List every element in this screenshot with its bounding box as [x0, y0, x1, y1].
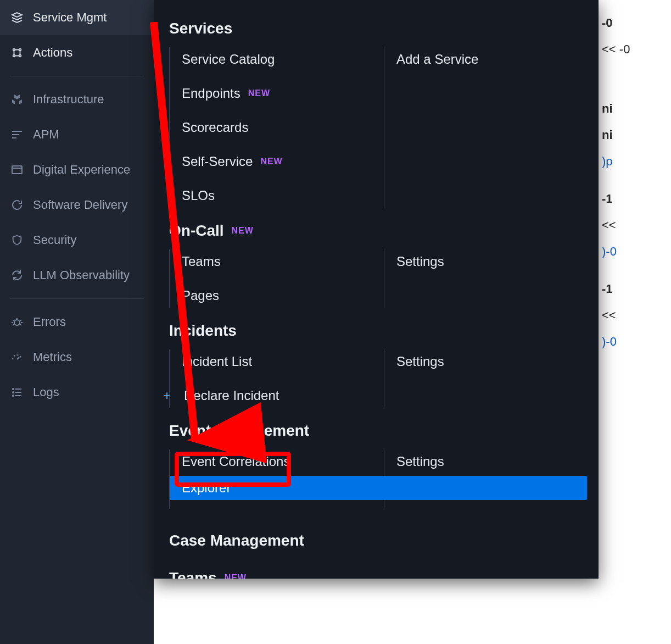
- sidebar-item-logs[interactable]: Logs: [0, 375, 154, 410]
- flyout-link-label: Self-Service: [182, 154, 253, 169]
- flyout-link-self-service[interactable]: Self-ServiceNEW: [182, 149, 384, 174]
- refresh-icon: [10, 268, 24, 282]
- flyout-link-label: Settings: [396, 354, 444, 369]
- sidebar-item-label: Metrics: [33, 350, 72, 364]
- flyout-link-label: Pages: [182, 288, 219, 303]
- flyout-heading-teams[interactable]: Teams NEW: [154, 559, 599, 579]
- flyout-link-label: Event Correlations: [182, 454, 290, 469]
- bg-text: <<: [602, 308, 616, 323]
- flyout-link-pages[interactable]: Pages: [182, 284, 384, 308]
- flyout-link-label: Declare Incident: [184, 388, 279, 403]
- bg-text: -1: [602, 282, 613, 296]
- flyout-link-label: Settings: [396, 454, 444, 469]
- hex-icon: [10, 92, 24, 107]
- sidebar-item-label: Software Delivery: [33, 198, 127, 212]
- sidebar-divider: [10, 76, 144, 76]
- sidebar-item-infrastructure[interactable]: Infrastructure: [0, 82, 154, 117]
- sidebar-item-label: Service Mgmt: [33, 10, 107, 25]
- flyout-heading-on-call[interactable]: On-Call NEW: [154, 219, 599, 249]
- flyout-heading-label: On-Call: [169, 222, 224, 240]
- new-badge: NEW: [260, 157, 282, 166]
- flyout-heading-event-management[interactable]: Event Management: [154, 419, 599, 449]
- svg-rect-4: [12, 166, 22, 174]
- new-badge: NEW: [248, 88, 270, 98]
- flyout-heading-label: Teams: [169, 569, 217, 579]
- sidebar-item-label: Infrastructure: [33, 92, 104, 107]
- flyout-link-label: Explorer: [182, 480, 231, 496]
- flyout-link-declare-incident[interactable]: + Declare Incident: [182, 384, 384, 408]
- flyout-link-label: Settings: [396, 254, 444, 269]
- flyout-link-event-mgmt-settings[interactable]: Settings: [396, 449, 599, 474]
- sidebar-item-llm-observability[interactable]: LLM Observability: [0, 258, 154, 293]
- sidebar-item-apm[interactable]: APM: [0, 117, 154, 152]
- sidebar-item-label: Errors: [33, 315, 66, 329]
- sidebar-item-software-delivery[interactable]: Software Delivery: [0, 187, 154, 223]
- flyout-link-teams[interactable]: Teams: [182, 249, 384, 274]
- svg-point-2: [13, 55, 15, 57]
- flyout-heading-services[interactable]: Services: [154, 16, 599, 47]
- browser-icon: [10, 163, 24, 177]
- flyout-link-add-a-service[interactable]: Add a Service: [396, 47, 599, 71]
- flyout-heading-label: Services: [169, 20, 232, 37]
- svg-point-3: [19, 55, 21, 57]
- layers-icon: [10, 10, 24, 25]
- new-badge: NEW: [232, 226, 254, 236]
- flyout-heading-incidents[interactable]: Incidents: [154, 319, 599, 349]
- flyout-link-scorecards[interactable]: Scorecards: [182, 115, 384, 140]
- bg-text: )-0: [602, 245, 617, 259]
- flyout-link-endpoints[interactable]: EndpointsNEW: [182, 81, 384, 106]
- new-badge: NEW: [225, 573, 247, 579]
- sidebar-item-label: Security: [33, 233, 76, 247]
- flyout-link-label: Add a Service: [396, 52, 478, 67]
- flyout-heading-label: Incidents: [169, 322, 237, 340]
- primary-sidebar: Service Mgmt Actions Infrastructure APM: [0, 0, 154, 644]
- svg-point-8: [13, 395, 14, 396]
- sidebar-item-metrics[interactable]: Metrics: [0, 340, 154, 375]
- flyout-link-label: Scorecards: [182, 120, 248, 135]
- bg-text: << -0: [602, 42, 630, 57]
- service-mgmt-flyout: Services Service Catalog EndpointsNEW Sc…: [154, 0, 599, 579]
- flyout-link-service-catalog[interactable]: Service Catalog: [182, 47, 384, 71]
- flyout-link-explorer[interactable]: Explorer: [170, 476, 587, 500]
- flyout-link-label: Teams: [182, 254, 221, 269]
- flyout-link-event-correlations[interactable]: Event Correlations: [182, 449, 384, 474]
- flyout-link-label: SLOs: [182, 188, 215, 203]
- bolt-icon: [10, 46, 24, 60]
- bg-text: -1: [602, 192, 613, 206]
- sidebar-item-label: Logs: [33, 385, 59, 399]
- flyout-link-incidents-settings[interactable]: Settings: [396, 349, 599, 374]
- svg-point-5: [14, 320, 20, 325]
- bg-text: -0: [602, 16, 613, 30]
- gauge-icon: [10, 350, 24, 364]
- sidebar-item-label: APM: [33, 127, 59, 142]
- background-content-sliver: -0 << -0 ni ni )p -1 << )-0 -1 << )-0: [599, 0, 671, 644]
- sidebar-item-security[interactable]: Security: [0, 223, 154, 258]
- plus-icon: +: [163, 388, 171, 403]
- flyout-link-label: Service Catalog: [182, 52, 275, 67]
- flyout-heading-label: Case Management: [169, 532, 304, 549]
- bg-text: ni: [602, 102, 613, 116]
- bug-icon: [10, 315, 24, 329]
- sidebar-item-label: LLM Observability: [33, 268, 130, 282]
- sidebar-item-label: Actions: [33, 46, 72, 60]
- flyout-link-on-call-settings[interactable]: Settings: [396, 249, 599, 274]
- cycle-icon: [10, 198, 24, 212]
- svg-point-0: [13, 49, 15, 51]
- flyout-heading-case-management[interactable]: Case Management: [154, 520, 599, 559]
- lines-icon: [10, 127, 24, 142]
- flyout-link-incident-list[interactable]: Incident List: [182, 349, 384, 374]
- sidebar-item-errors[interactable]: Errors: [0, 304, 154, 340]
- bg-text: <<: [602, 218, 616, 232]
- list-icon: [10, 385, 24, 399]
- sidebar-item-service-mgmt[interactable]: Service Mgmt: [0, 0, 154, 35]
- flyout-link-label: Incident List: [182, 354, 252, 369]
- bg-text: ni: [602, 128, 613, 142]
- flyout-heading-label: Event Management: [169, 422, 309, 440]
- flyout-link-label: Endpoints: [182, 86, 241, 101]
- sidebar-divider: [10, 298, 144, 299]
- bg-text: )p: [602, 154, 613, 169]
- sidebar-item-actions[interactable]: Actions: [0, 35, 154, 70]
- flyout-link-slos[interactable]: SLOs: [182, 184, 384, 208]
- sidebar-item-label: Digital Experience: [33, 163, 130, 177]
- sidebar-item-digital-experience[interactable]: Digital Experience: [0, 152, 154, 187]
